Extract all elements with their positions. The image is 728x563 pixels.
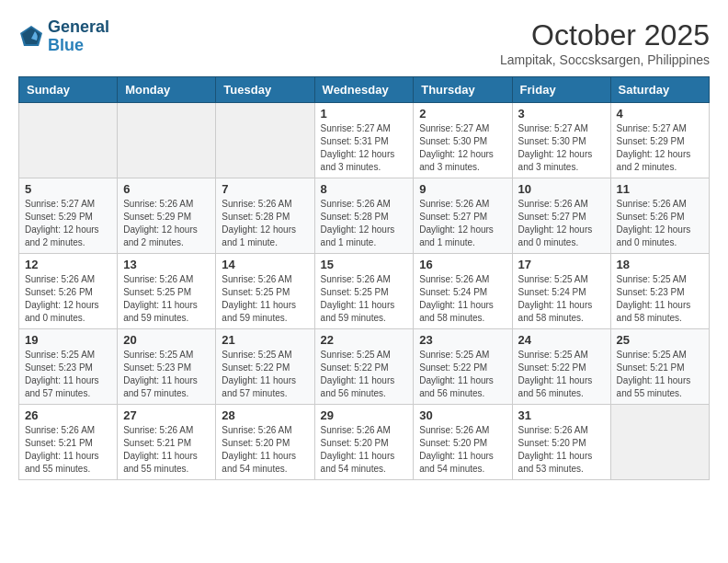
logo-line1: General: [48, 18, 109, 37]
calendar-cell: 4Sunrise: 5:27 AM Sunset: 5:29 PM Daylig…: [610, 103, 709, 178]
weekday-header: Wednesday: [314, 77, 414, 103]
calendar-cell: 12Sunrise: 5:26 AM Sunset: 5:26 PM Dayli…: [19, 254, 118, 329]
day-info: Sunrise: 5:26 AM Sunset: 5:21 PM Dayligh…: [123, 424, 210, 476]
day-info: Sunrise: 5:26 AM Sunset: 5:25 PM Dayligh…: [222, 273, 308, 325]
day-number: 4: [617, 107, 703, 121]
day-number: 10: [518, 182, 605, 196]
day-number: 9: [419, 182, 506, 196]
calendar-cell: 25Sunrise: 5:25 AM Sunset: 5:21 PM Dayli…: [610, 329, 709, 405]
day-info: Sunrise: 5:26 AM Sunset: 5:27 PM Dayligh…: [518, 198, 605, 249]
day-number: 20: [123, 333, 210, 347]
calendar-cell: 22Sunrise: 5:25 AM Sunset: 5:22 PM Dayli…: [314, 329, 414, 405]
day-number: 5: [25, 182, 111, 196]
day-number: 31: [518, 408, 605, 422]
day-info: Sunrise: 5:25 AM Sunset: 5:21 PM Dayligh…: [617, 349, 703, 400]
calendar-cell: [19, 103, 118, 178]
calendar-cell: 30Sunrise: 5:26 AM Sunset: 5:20 PM Dayli…: [414, 405, 512, 480]
calendar-cell: 6Sunrise: 5:26 AM Sunset: 5:29 PM Daylig…: [118, 178, 216, 254]
calendar-cell: 18Sunrise: 5:25 AM Sunset: 5:23 PM Dayli…: [610, 254, 709, 329]
day-info: Sunrise: 5:27 AM Sunset: 5:30 PM Dayligh…: [419, 122, 506, 174]
calendar-cell: 14Sunrise: 5:26 AM Sunset: 5:25 PM Dayli…: [216, 254, 314, 329]
day-number: 30: [419, 408, 506, 422]
day-info: Sunrise: 5:26 AM Sunset: 5:20 PM Dayligh…: [222, 424, 308, 476]
calendar-cell: 8Sunrise: 5:26 AM Sunset: 5:28 PM Daylig…: [314, 178, 414, 254]
day-number: 7: [222, 182, 308, 196]
calendar-cell: 15Sunrise: 5:26 AM Sunset: 5:25 PM Dayli…: [314, 254, 414, 329]
calendar-cell: 11Sunrise: 5:26 AM Sunset: 5:26 PM Dayli…: [610, 178, 709, 254]
day-number: 24: [518, 333, 605, 347]
calendar-cell: 13Sunrise: 5:26 AM Sunset: 5:25 PM Dayli…: [118, 254, 216, 329]
month-year: October 2025: [500, 18, 710, 52]
calendar-week-row: 5Sunrise: 5:27 AM Sunset: 5:29 PM Daylig…: [19, 178, 710, 254]
day-number: 29: [321, 408, 408, 422]
day-number: 28: [222, 408, 308, 422]
day-info: Sunrise: 5:26 AM Sunset: 5:24 PM Dayligh…: [419, 273, 506, 325]
weekday-header: Tuesday: [216, 77, 314, 103]
day-info: Sunrise: 5:25 AM Sunset: 5:22 PM Dayligh…: [222, 349, 308, 400]
day-number: 22: [321, 333, 408, 347]
day-number: 19: [25, 333, 111, 347]
day-number: 27: [123, 408, 210, 422]
calendar-week-row: 1Sunrise: 5:27 AM Sunset: 5:31 PM Daylig…: [19, 103, 710, 178]
calendar-cell: 3Sunrise: 5:27 AM Sunset: 5:30 PM Daylig…: [512, 103, 610, 178]
logo: General Blue: [18, 18, 109, 55]
calendar-cell: 31Sunrise: 5:26 AM Sunset: 5:20 PM Dayli…: [512, 405, 610, 480]
calendar-week-row: 12Sunrise: 5:26 AM Sunset: 5:26 PM Dayli…: [19, 254, 710, 329]
calendar-cell: [118, 103, 216, 178]
calendar-cell: 16Sunrise: 5:26 AM Sunset: 5:24 PM Dayli…: [414, 254, 512, 329]
day-info: Sunrise: 5:25 AM Sunset: 5:23 PM Dayligh…: [617, 273, 703, 325]
day-info: Sunrise: 5:26 AM Sunset: 5:25 PM Dayligh…: [123, 273, 210, 325]
day-number: 17: [518, 258, 605, 271]
day-number: 25: [617, 333, 703, 347]
day-number: 6: [123, 182, 210, 196]
calendar-cell: 23Sunrise: 5:25 AM Sunset: 5:22 PM Dayli…: [414, 329, 512, 405]
title-section: October 2025 Lampitak, Soccsksargen, Phi…: [500, 18, 710, 67]
calendar-cell: 2Sunrise: 5:27 AM Sunset: 5:30 PM Daylig…: [414, 103, 512, 178]
weekday-header: Friday: [512, 77, 610, 103]
weekday-header: Monday: [118, 77, 216, 103]
calendar-cell: 27Sunrise: 5:26 AM Sunset: 5:21 PM Dayli…: [118, 405, 216, 480]
logo-line2: Blue: [48, 37, 109, 55]
weekday-header: Saturday: [610, 77, 709, 103]
logo-icon: [18, 24, 44, 50]
day-info: Sunrise: 5:25 AM Sunset: 5:24 PM Dayligh…: [518, 273, 605, 325]
calendar-cell: 24Sunrise: 5:25 AM Sunset: 5:22 PM Dayli…: [512, 329, 610, 405]
calendar-table: SundayMondayTuesdayWednesdayThursdayFrid…: [18, 76, 710, 480]
day-number: 13: [123, 258, 210, 271]
calendar-cell: 21Sunrise: 5:25 AM Sunset: 5:22 PM Dayli…: [216, 329, 314, 405]
calendar-cell: [216, 103, 314, 178]
day-info: Sunrise: 5:26 AM Sunset: 5:26 PM Dayligh…: [617, 198, 703, 249]
day-info: Sunrise: 5:25 AM Sunset: 5:23 PM Dayligh…: [123, 349, 210, 400]
location: Lampitak, Soccsksargen, Philippines: [500, 52, 710, 67]
page-header: General Blue October 2025 Lampitak, Socc…: [18, 18, 710, 67]
day-info: Sunrise: 5:27 AM Sunset: 5:30 PM Dayligh…: [518, 122, 605, 174]
day-number: 18: [617, 258, 703, 271]
day-info: Sunrise: 5:26 AM Sunset: 5:28 PM Dayligh…: [321, 198, 408, 249]
day-number: 12: [25, 258, 111, 271]
calendar-body: 1Sunrise: 5:27 AM Sunset: 5:31 PM Daylig…: [19, 103, 710, 480]
day-number: 11: [617, 182, 703, 196]
day-info: Sunrise: 5:26 AM Sunset: 5:29 PM Dayligh…: [123, 198, 210, 249]
calendar-cell: 26Sunrise: 5:26 AM Sunset: 5:21 PM Dayli…: [19, 405, 118, 480]
calendar-cell: 9Sunrise: 5:26 AM Sunset: 5:27 PM Daylig…: [414, 178, 512, 254]
day-info: Sunrise: 5:25 AM Sunset: 5:22 PM Dayligh…: [321, 349, 408, 400]
day-info: Sunrise: 5:25 AM Sunset: 5:22 PM Dayligh…: [518, 349, 605, 400]
calendar-cell: 17Sunrise: 5:25 AM Sunset: 5:24 PM Dayli…: [512, 254, 610, 329]
day-number: 8: [321, 182, 408, 196]
day-number: 1: [321, 107, 408, 121]
day-info: Sunrise: 5:26 AM Sunset: 5:28 PM Dayligh…: [222, 198, 308, 249]
day-info: Sunrise: 5:26 AM Sunset: 5:26 PM Dayligh…: [25, 273, 111, 325]
day-number: 21: [222, 333, 308, 347]
calendar-week-row: 19Sunrise: 5:25 AM Sunset: 5:23 PM Dayli…: [19, 329, 710, 405]
day-info: Sunrise: 5:27 AM Sunset: 5:29 PM Dayligh…: [25, 198, 111, 249]
calendar-cell: 5Sunrise: 5:27 AM Sunset: 5:29 PM Daylig…: [19, 178, 118, 254]
calendar-header: SundayMondayTuesdayWednesdayThursdayFrid…: [19, 77, 710, 103]
weekday-header: Sunday: [19, 77, 118, 103]
day-info: Sunrise: 5:26 AM Sunset: 5:20 PM Dayligh…: [518, 424, 605, 476]
calendar-cell: 7Sunrise: 5:26 AM Sunset: 5:28 PM Daylig…: [216, 178, 314, 254]
calendar-week-row: 26Sunrise: 5:26 AM Sunset: 5:21 PM Dayli…: [19, 405, 710, 480]
calendar-cell: 19Sunrise: 5:25 AM Sunset: 5:23 PM Dayli…: [19, 329, 118, 405]
day-number: 16: [419, 258, 506, 271]
logo-text: General Blue: [48, 18, 109, 55]
day-info: Sunrise: 5:26 AM Sunset: 5:20 PM Dayligh…: [321, 424, 408, 476]
